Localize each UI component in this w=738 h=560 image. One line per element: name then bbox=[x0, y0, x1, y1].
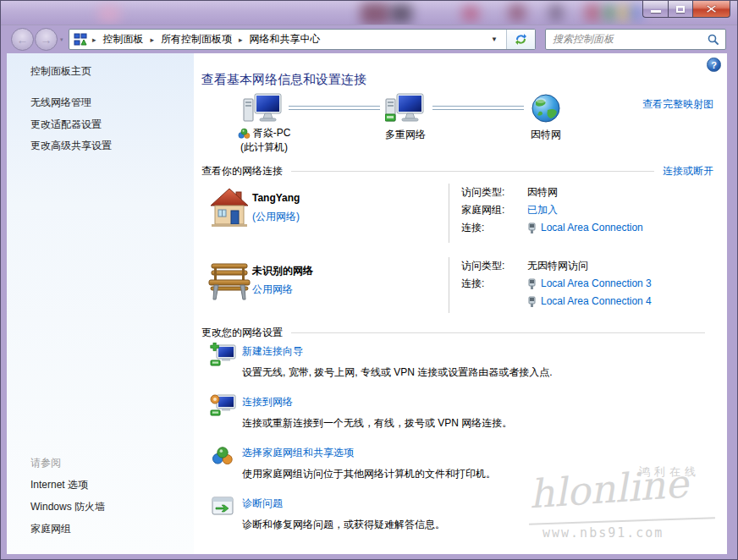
network-name: 未识别的网络 bbox=[252, 264, 313, 278]
this-computer-label[interactable]: 胥焱-PC (此计算机) bbox=[209, 126, 319, 155]
network-sharing-center-window: ← → ▾ ▸ 控制面板 ▸ 所有控制面板项 ▸ 网络和共享中心 ▼ bbox=[0, 0, 738, 560]
network-type-link[interactable]: (公用网络) bbox=[252, 210, 300, 224]
search-icon bbox=[708, 34, 719, 46]
sidebar-item-advanced-sharing[interactable]: 更改高级共享设置 bbox=[30, 139, 112, 153]
back-button[interactable]: ← bbox=[11, 28, 34, 51]
sidebar-item-windows-firewall[interactable]: Windows 防火墙 bbox=[30, 500, 105, 514]
detail-row: 连接: Local Area Connection 3 bbox=[461, 275, 652, 293]
troubleshoot-desc: 诊断和修复网络问题，或获得疑难解答信息。 bbox=[242, 518, 445, 532]
search-input[interactable]: 搜索控制面板 bbox=[546, 32, 702, 47]
close-icon bbox=[706, 4, 717, 14]
map-connector-line bbox=[432, 106, 524, 110]
detail-label: 访问类型: bbox=[461, 257, 527, 275]
sidebar: 控制面板主页 无线网络管理 更改适配器设置 更改高级共享设置 请参阅 Inter… bbox=[7, 53, 194, 554]
ethernet-plug-icon bbox=[527, 222, 537, 234]
history-dropdown-icon[interactable]: ▾ bbox=[60, 36, 63, 43]
glass-blur-blob bbox=[619, 4, 631, 21]
lan-connection-link[interactable]: Local Area Connection bbox=[541, 219, 643, 237]
title-bar[interactable] bbox=[1, 1, 737, 25]
close-button[interactable] bbox=[693, 1, 730, 18]
search-button[interactable] bbox=[702, 34, 725, 46]
detail-label: 连接: bbox=[461, 275, 527, 293]
minimize-button[interactable] bbox=[642, 1, 668, 18]
network-details: 访问类型: 因特网 家庭网组: 已加入 连接: Local Area Conne… bbox=[449, 184, 643, 243]
homegroup-icon bbox=[238, 128, 251, 140]
section-divider bbox=[291, 332, 705, 333]
address-dropdown-icon[interactable]: ▼ bbox=[482, 36, 506, 43]
sidebar-item-internet-options[interactable]: Internet 选项 bbox=[30, 478, 88, 492]
lan-connection-3-link[interactable]: Local Area Connection 3 bbox=[541, 275, 652, 293]
sidebar-item-control-panel-home[interactable]: 控制面板主页 bbox=[30, 64, 91, 79]
troubleshoot-icon bbox=[212, 497, 234, 519]
network-name: TangYang bbox=[252, 192, 300, 204]
network-row-unidentified: 未识别的网络 公用网络 访问类型: 无因特网访问 连接: Local Area … bbox=[201, 252, 713, 320]
connect-network-desc: 连接或重新连接到一个无线，有线，拨号或 VPN 网络连接。 bbox=[242, 416, 512, 431]
forward-button[interactable]: → bbox=[35, 28, 58, 51]
active-networks-title: 查看你的网络连接 bbox=[201, 164, 283, 178]
bench-icon[interactable] bbox=[207, 259, 252, 304]
breadcrumb-network-sharing-center[interactable]: 网络和共享中心 bbox=[243, 32, 328, 47]
view-full-map-link[interactable]: 查看完整映射图 bbox=[642, 97, 713, 112]
detail-label bbox=[461, 293, 527, 310]
sidebar-item-manage-wireless[interactable]: 无线网络管理 bbox=[30, 96, 91, 110]
homegroup-options-link[interactable]: 选择家庭网组和共享选项 bbox=[242, 446, 354, 460]
house-icon[interactable] bbox=[208, 187, 251, 232]
troubleshoot-link[interactable]: 诊断问题 bbox=[242, 497, 283, 511]
glass-blur-blob bbox=[462, 6, 479, 21]
connect-disconnect-link[interactable]: 连接或断开 bbox=[663, 164, 713, 178]
glass-blur-blob bbox=[509, 4, 526, 21]
back-icon: ← bbox=[17, 33, 29, 47]
maximize-icon bbox=[676, 6, 685, 13]
refresh-button[interactable] bbox=[506, 30, 535, 49]
task-homegroup-options: 选择家庭网组和共享选项 使用家庭网组访问位于其他网络计算机的文件和打印机。 bbox=[201, 444, 713, 493]
lan-connection-4-link[interactable]: Local Area Connection 4 bbox=[541, 293, 652, 310]
breadcrumb-all-items[interactable]: 所有控制面板项 bbox=[154, 32, 239, 47]
new-connection-icon bbox=[210, 343, 237, 369]
new-connection-desc: 设置无线, 宽带, 拨号上网, 专线或 VPN 连接或设置路由器或者接入点. bbox=[242, 365, 553, 380]
sidebar-item-homegroup[interactable]: 家庭网组 bbox=[30, 522, 71, 536]
multiple-networks-icon[interactable] bbox=[385, 92, 425, 127]
help-icon: ? bbox=[711, 60, 717, 70]
detail-row: 访问类型: 无因特网访问 bbox=[461, 257, 652, 275]
breadcrumb-control-panel[interactable]: 控制面板 bbox=[96, 32, 151, 47]
see-also-header: 请参阅 bbox=[30, 456, 61, 470]
settings-title: 更改您的网络设置 bbox=[201, 326, 283, 340]
search-box[interactable]: 搜索控制面板 bbox=[545, 29, 726, 50]
detail-row: 访问类型: 因特网 bbox=[461, 184, 643, 201]
detail-value: 因特网 bbox=[527, 184, 558, 201]
network-row-tangyang: TangYang (公用网络) 访问类型: 因特网 家庭网组: 已加入 连接: bbox=[201, 182, 713, 250]
this-computer-icon[interactable] bbox=[243, 92, 283, 125]
window-controls bbox=[642, 1, 730, 18]
multiple-networks-label[interactable]: 多重网络 bbox=[355, 128, 456, 142]
detail-label: 家庭网组: bbox=[461, 201, 527, 219]
address-bar[interactable]: ▸ 控制面板 ▸ 所有控制面板项 ▸ 网络和共享中心 ▼ bbox=[69, 29, 536, 50]
glass-blur-blob bbox=[585, 3, 600, 22]
detail-row: Local Area Connection 4 bbox=[461, 293, 652, 310]
task-new-connection: 新建连接向导 设置无线, 宽带, 拨号上网, 专线或 VPN 连接或设置路由器或… bbox=[201, 343, 713, 392]
homegroup-joined-link[interactable]: 已加入 bbox=[527, 201, 558, 219]
maximize-button[interactable] bbox=[668, 1, 693, 18]
ethernet-plug-icon bbox=[527, 278, 537, 290]
map-connector-line bbox=[289, 106, 380, 110]
refresh-icon bbox=[515, 33, 527, 46]
network-location-icon bbox=[74, 33, 87, 47]
section-divider bbox=[291, 171, 654, 172]
homegroup-options-icon bbox=[212, 446, 234, 469]
internet-globe-icon[interactable] bbox=[531, 93, 561, 126]
detail-label: 连接: bbox=[461, 219, 527, 237]
detail-label: 访问类型: bbox=[461, 184, 527, 201]
connect-network-link[interactable]: 连接到网络 bbox=[242, 395, 293, 409]
glass-blur-blob bbox=[361, 3, 389, 25]
glass-blur-blob bbox=[390, 4, 412, 23]
help-button[interactable]: ? bbox=[707, 58, 721, 72]
sidebar-item-change-adapter[interactable]: 更改适配器设置 bbox=[30, 118, 102, 132]
active-networks-header: 查看你的网络连接 连接或断开 bbox=[201, 164, 713, 178]
internet-label[interactable]: 因特网 bbox=[495, 128, 597, 142]
network-details: 访问类型: 无因特网访问 连接: Local Area Connection 3 bbox=[449, 257, 652, 313]
network-type-link[interactable]: 公用网络 bbox=[252, 283, 293, 297]
glass-blur-blob bbox=[549, 4, 563, 21]
new-connection-link[interactable]: 新建连接向导 bbox=[242, 344, 303, 359]
glass-blur-blob bbox=[98, 4, 120, 23]
task-connect-to-network: 连接到网络 连接或重新连接到一个无线，有线，拨号或 VPN 网络连接。 bbox=[201, 393, 713, 442]
detail-value: 无因特网访问 bbox=[527, 257, 588, 275]
